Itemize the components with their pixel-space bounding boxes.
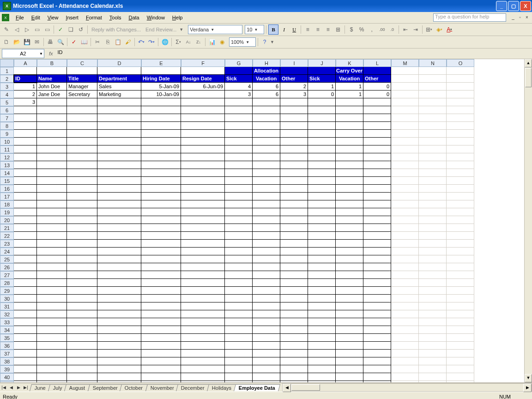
cell[interactable] (141, 161, 181, 169)
cell[interactable] (308, 279, 336, 287)
cell[interactable] (37, 106, 67, 114)
cell[interactable] (419, 208, 447, 216)
cell[interactable] (181, 114, 225, 122)
cell[interactable] (225, 145, 253, 153)
cell[interactable] (37, 287, 67, 295)
cell[interactable] (363, 153, 391, 161)
cell[interactable] (97, 279, 141, 287)
cell[interactable] (37, 177, 67, 185)
cell[interactable] (181, 161, 225, 169)
cell[interactable] (363, 342, 391, 350)
cell[interactable] (391, 130, 419, 138)
cell[interactable] (447, 130, 474, 138)
cell[interactable] (225, 177, 253, 185)
cell[interactable] (391, 169, 419, 177)
cell[interactable] (97, 365, 141, 373)
row-header-11[interactable]: 11 (0, 145, 14, 153)
row-header-17[interactable]: 17 (0, 193, 14, 200)
cell[interactable] (391, 216, 419, 224)
cell[interactable] (181, 122, 225, 130)
cell[interactable]: 3 (14, 98, 37, 106)
cell[interactable] (14, 153, 37, 161)
borders-icon[interactable]: ⊞▾ (424, 25, 434, 34)
cell[interactable] (447, 169, 474, 177)
cell[interactable]: 6 (253, 91, 280, 98)
cell[interactable] (336, 224, 363, 232)
cell[interactable] (419, 357, 447, 365)
cell[interactable] (181, 67, 225, 75)
cell[interactable] (308, 161, 336, 169)
row-header-9[interactable]: 9 (0, 130, 14, 138)
cell[interactable] (419, 130, 447, 138)
cell[interactable] (419, 216, 447, 224)
cell[interactable] (181, 271, 225, 279)
cell[interactable] (67, 342, 97, 350)
cell[interactable] (363, 208, 391, 216)
cell[interactable] (67, 302, 97, 310)
cell[interactable] (447, 373, 474, 381)
cell[interactable] (308, 232, 336, 240)
cell[interactable]: 1 (336, 91, 363, 98)
cell[interactable] (97, 381, 141, 383)
cell[interactable] (336, 177, 363, 185)
tab-last-icon[interactable]: ▶| (22, 384, 30, 391)
scroll-left-icon[interactable]: ◀ (283, 384, 291, 392)
cell[interactable] (391, 255, 419, 263)
cell[interactable] (67, 271, 97, 279)
cell[interactable] (97, 240, 141, 248)
cell[interactable] (225, 365, 253, 373)
cell[interactable] (67, 232, 97, 240)
cell[interactable] (280, 248, 308, 255)
cell[interactable] (419, 318, 447, 326)
cell[interactable] (225, 350, 253, 357)
cell[interactable] (391, 91, 419, 98)
help-search-input[interactable]: Type a question for help (433, 13, 506, 22)
menu-data[interactable]: Data (125, 14, 143, 21)
cell[interactable] (280, 130, 308, 138)
cell[interactable] (280, 67, 308, 75)
cell[interactable] (181, 373, 225, 381)
cell[interactable] (419, 177, 447, 185)
cell[interactable]: 0 (363, 91, 391, 98)
cell[interactable] (391, 279, 419, 287)
cell[interactable] (363, 373, 391, 381)
cell[interactable] (14, 255, 37, 263)
cell[interactable] (447, 310, 474, 318)
cell[interactable] (280, 122, 308, 130)
cell[interactable]: 5-Jan-09 (141, 83, 181, 91)
cell[interactable] (97, 114, 141, 122)
cell[interactable] (67, 326, 97, 334)
cell[interactable] (447, 287, 474, 295)
cell[interactable]: 1 (308, 83, 336, 91)
cell[interactable] (447, 295, 474, 302)
cell[interactable] (97, 153, 141, 161)
cell[interactable] (225, 232, 253, 240)
cell[interactable] (67, 216, 97, 224)
cell[interactable] (97, 106, 141, 114)
cell[interactable] (363, 67, 391, 75)
cell[interactable] (181, 240, 225, 248)
cell[interactable] (253, 334, 280, 342)
cell[interactable] (447, 350, 474, 357)
cell[interactable] (336, 357, 363, 365)
doc-restore-button[interactable]: ▫ (517, 14, 523, 21)
cell[interactable] (37, 145, 67, 153)
cell[interactable] (181, 91, 225, 98)
cell[interactable] (419, 255, 447, 263)
cell[interactable] (67, 193, 97, 200)
cell[interactable] (280, 302, 308, 310)
cell[interactable] (447, 122, 474, 130)
cell[interactable] (308, 381, 336, 383)
cell[interactable] (363, 138, 391, 145)
align-right-icon[interactable]: ≡ (323, 25, 332, 34)
menu-window[interactable]: Window (143, 14, 169, 21)
cell[interactable] (225, 263, 253, 271)
cell[interactable] (253, 302, 280, 310)
cell[interactable] (363, 263, 391, 271)
cell[interactable] (391, 310, 419, 318)
cell[interactable] (225, 193, 253, 200)
cell[interactable] (280, 106, 308, 114)
column-header-K[interactable]: K (336, 59, 363, 67)
italic-button[interactable]: I (279, 25, 289, 34)
cell[interactable] (447, 318, 474, 326)
